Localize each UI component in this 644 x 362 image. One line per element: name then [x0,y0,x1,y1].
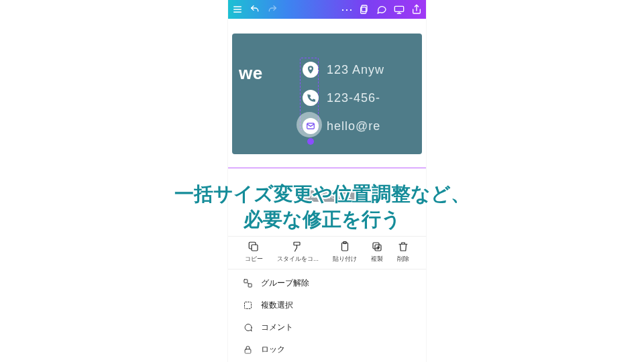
undo-icon[interactable] [250,4,260,15]
design-card: we 123 Anyw [232,34,422,154]
menu-lock-label: ロック [261,344,285,355]
svg-rect-5 [294,242,300,245]
more-icon[interactable]: ⋯ [341,4,352,15]
svg-rect-2 [394,6,403,11]
mail-icon[interactable] [301,117,320,135]
svg-rect-10 [244,280,248,283]
action-delete-label: 削除 [397,255,409,263]
alignment-guide [228,168,426,168]
svg-rect-13 [245,349,251,353]
contact-row-address[interactable]: 123 Anyw [301,60,384,79]
device-frame: ⋯ we [228,0,426,362]
action-copy-style-label: スタイルをコ… [277,255,319,263]
contact-email-text: hello@re [327,119,380,133]
action-duplicate[interactable]: 複製 [371,241,383,263]
svg-rect-4 [252,245,258,251]
contact-phone-text: 123-456- [327,91,380,105]
action-copy-style[interactable]: スタイルをコ… [277,241,319,263]
share-icon[interactable] [411,4,422,15]
comment-icon[interactable] [376,4,387,15]
context-panel: コピー スタイルをコ… 貼り付け 複製 削除 [228,236,426,362]
menu-multi-select[interactable]: 複数選択 [228,294,426,316]
context-action-row: コピー スタイルをコ… 貼り付け 複製 削除 [228,237,426,269]
contact-address-text: 123 Anyw [327,63,384,77]
menu-comment-label: コメント [261,322,293,333]
redo-icon[interactable] [267,4,278,15]
menu-lock[interactable]: ロック [228,339,426,361]
pages-icon[interactable] [359,4,370,15]
action-paste-label: 貼り付け [333,255,357,263]
action-copy-label: コピー [245,255,263,263]
menu-ungroup[interactable]: グループ解除 [228,272,426,294]
top-toolbar: ⋯ [228,0,426,19]
canvas-area[interactable]: we 123 Anyw [228,34,426,251]
pin-icon[interactable] [301,60,320,79]
menu-comment[interactable]: コメント [228,316,426,339]
action-duplicate-label: 複製 [371,255,383,263]
contact-list: 123 Anyw 123-456- [301,60,384,135]
contact-row-email[interactable]: hello@re [301,117,384,135]
svg-rect-11 [248,284,252,287]
svg-rect-12 [245,302,252,309]
menu-multi-select-label: 複数選択 [261,300,293,311]
context-menu-list: グループ解除 複数選択 コメント ロック タイミングを表示 [228,269,426,362]
size-indicator: 幅：0.3 高さ：1.1 [299,190,356,202]
contact-row-phone[interactable]: 123-456- [301,88,384,107]
menu-icon[interactable] [232,4,243,15]
action-copy[interactable]: コピー [245,241,263,263]
menu-ungroup-label: グループ解除 [261,278,309,289]
stage: ⋯ we [0,0,644,362]
phone-icon[interactable] [301,88,320,107]
selection-handle[interactable] [307,138,314,145]
card-brand-text: we [239,63,263,84]
action-paste[interactable]: 貼り付け [333,241,357,263]
present-icon[interactable] [394,4,405,15]
action-delete[interactable]: 削除 [397,241,409,263]
